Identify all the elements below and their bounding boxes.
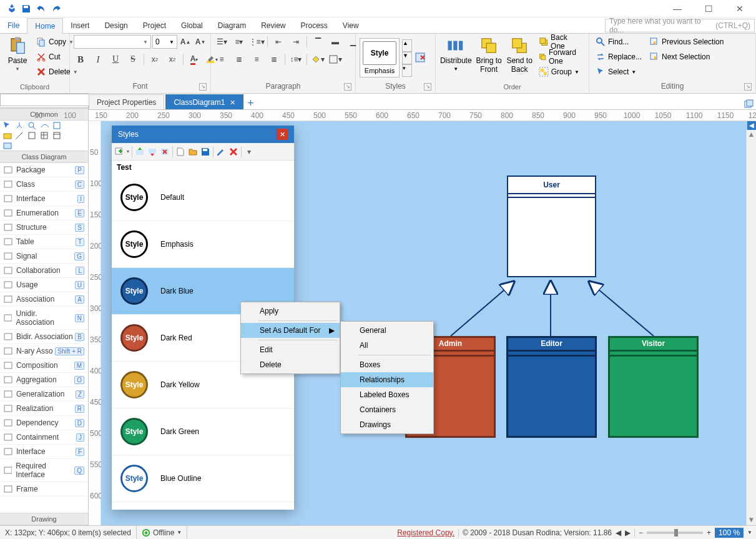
justify-button[interactable]: ≣ <box>267 52 281 66</box>
shrink-font-button[interactable]: A▼ <box>194 35 207 49</box>
ctx-general[interactable]: General <box>341 323 433 338</box>
multilevel-button[interactable]: ⋮≡▾ <box>250 35 263 49</box>
save-icon[interactable] <box>21 4 31 14</box>
palette-item[interactable]: CompositionM <box>0 359 88 373</box>
bold-button[interactable]: B <box>74 52 87 66</box>
palette-item[interactable]: ClassC <box>0 177 88 192</box>
previous-selection-button[interactable]: Previous Selection <box>647 35 726 49</box>
styles-pane-button[interactable] <box>415 52 427 64</box>
ctx-all[interactable]: All <box>341 338 433 353</box>
ctx-apply[interactable]: Apply <box>241 304 340 319</box>
status-registered[interactable]: Registered Copy. <box>397 528 454 537</box>
font-size-combo[interactable]: 0▼ <box>152 35 177 49</box>
import-style-icon[interactable] <box>135 147 145 157</box>
back-one-button[interactable]: Back One <box>536 35 585 49</box>
distribute-button[interactable]: Distribute▼ <box>439 35 473 73</box>
style-row[interactable]: StyleEmphasis <box>112 221 294 268</box>
tab-project-properties[interactable]: Project Properties <box>89 94 164 109</box>
save-file-icon[interactable] <box>200 147 210 157</box>
common-tools-row1[interactable] <box>0 121 88 131</box>
send-back-button[interactable]: Send to Back <box>506 35 534 75</box>
superscript-button[interactable]: x2 <box>165 52 179 66</box>
style-row[interactable]: StyleBlue Outline <box>112 455 294 502</box>
common-tools-row3[interactable] <box>0 141 88 151</box>
forward-one-button[interactable]: Forward One <box>536 50 585 64</box>
vertical-scrollbar[interactable]: ▲▼ <box>746 130 756 525</box>
dialog-launcher-icon[interactable]: ↘ <box>744 83 752 91</box>
more-icon[interactable]: ▾ <box>244 147 254 157</box>
next-selection-button[interactable]: Next Selection <box>647 50 726 64</box>
close-button[interactable]: ✕ <box>731 4 749 14</box>
palette-item[interactable]: EnumerationE <box>0 206 88 220</box>
ctx-drawings[interactable]: Drawings <box>341 417 433 432</box>
palette-item[interactable]: Frame <box>0 482 88 497</box>
drawing-section-header[interactable]: Drawing <box>0 513 88 525</box>
close-icon[interactable]: ✕ <box>277 129 288 140</box>
select-button[interactable]: Select▼ <box>593 65 644 79</box>
redo-icon[interactable] <box>51 4 61 14</box>
delete-style-icon[interactable] <box>160 147 170 157</box>
common-tools-row2[interactable] <box>0 131 88 141</box>
ctx-delete[interactable]: Delete <box>241 357 340 372</box>
uml-class-editor[interactable]: Editor <box>506 336 597 438</box>
dialog-launcher-icon[interactable]: ↘ <box>424 83 431 91</box>
grow-font-button[interactable]: A▲ <box>179 35 192 49</box>
palette-item[interactable]: InterfaceF <box>0 445 88 459</box>
search-field[interactable]: Type here what you want to do... (CTRL+Q… <box>605 19 755 32</box>
zoom-in-icon[interactable]: + <box>707 528 711 537</box>
outdent-button[interactable]: ⇤ <box>272 35 285 49</box>
menu-diagram[interactable]: Diagram <box>210 17 253 33</box>
status-offline[interactable]: Offline▼ <box>137 526 187 539</box>
dialog-launcher-icon[interactable]: ↘ <box>199 83 207 91</box>
menu-review[interactable]: Review <box>253 17 293 33</box>
zoom-out-icon[interactable]: − <box>634 528 643 537</box>
add-style-icon[interactable] <box>114 147 124 157</box>
styles-window-titlebar[interactable]: Styles ✕ <box>112 126 294 143</box>
prev-page-icon[interactable]: ◀ <box>616 528 621 537</box>
remove-style-icon[interactable] <box>228 147 238 157</box>
zoom-dropdown-icon[interactable]: ▼ <box>747 530 752 535</box>
palette-item[interactable]: AggregationO <box>0 373 88 387</box>
style-row[interactable]: StyleDark Green <box>112 408 294 455</box>
underline-button[interactable]: U <box>109 52 122 66</box>
uml-class-visitor[interactable]: Visitor <box>608 336 699 438</box>
context-menu-style[interactable]: Apply Set As Default For▶ Edit Delete <box>240 302 340 374</box>
line-spacing-button[interactable]: ↕≡▾ <box>289 52 303 66</box>
palette-item[interactable]: Required InterfaceQ <box>0 459 88 482</box>
minimize-button[interactable]: — <box>669 4 686 14</box>
align-middle-button[interactable]: ▬ <box>328 35 342 49</box>
close-tab-icon[interactable]: × <box>230 97 235 107</box>
menu-global[interactable]: Global <box>174 17 210 33</box>
edit-style-icon[interactable] <box>216 147 226 157</box>
palette-item[interactable]: SignalG <box>0 249 88 264</box>
maximize-button[interactable]: ☐ <box>700 4 717 14</box>
next-page-icon[interactable]: ▶ <box>625 528 631 537</box>
bring-front-button[interactable]: Bring to Front <box>475 35 503 75</box>
tab-popout-icon[interactable] <box>741 99 756 109</box>
border-button[interactable]: ▾ <box>328 52 342 66</box>
palette-item[interactable]: AssociationA <box>0 292 88 307</box>
paste-button[interactable]: Paste ▼ <box>4 35 31 73</box>
style-gallery-more[interactable]: ▾ <box>402 64 412 77</box>
ctx-containers[interactable]: Containers <box>341 402 433 417</box>
collapse-arrow-icon[interactable]: ◀ <box>747 121 756 130</box>
palette-item[interactable]: DependencyD <box>0 416 88 430</box>
font-color-button[interactable]: A▾ <box>187 52 201 66</box>
menu-home[interactable]: Home <box>27 18 63 34</box>
ctx-set-default-for[interactable]: Set As Default For▶ <box>241 323 340 338</box>
menu-view[interactable]: View <box>335 17 366 33</box>
ctx-edit[interactable]: Edit <box>241 342 340 357</box>
style-row[interactable]: StyleDefault <box>112 174 294 221</box>
align-top-button[interactable]: ▔ <box>311 35 325 49</box>
palette-item[interactable]: ContainmentJ <box>0 430 88 445</box>
align-left-button[interactable]: ≡ <box>215 52 228 66</box>
export-style-icon[interactable] <box>147 147 157 157</box>
tab-classdiagram1[interactable]: ClassDiagram1× <box>165 94 243 109</box>
font-family-combo[interactable]: ▼ <box>74 35 151 49</box>
ctx-boxes[interactable]: Boxes <box>341 357 433 372</box>
undo-icon[interactable] <box>36 4 46 14</box>
italic-button[interactable]: I <box>91 52 105 66</box>
fill-button[interactable]: ▾ <box>311 52 325 66</box>
strike-button[interactable]: S <box>126 52 140 66</box>
subscript-button[interactable]: x2 <box>148 52 162 66</box>
